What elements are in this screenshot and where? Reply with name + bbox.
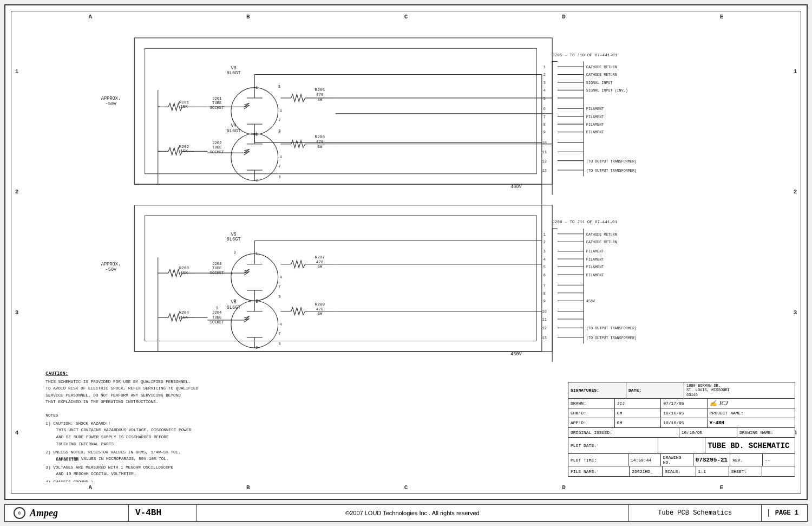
col-a-bot: A (11, 482, 169, 493)
svg-text:6: 6 (543, 107, 546, 111)
svg-text:2: 2 (543, 73, 546, 77)
svg-text:1: 1 (256, 131, 258, 135)
svg-text:TUBE: TUBE (212, 145, 221, 150)
svg-text:AND BE SURE POWER SUPPLY IS DI: AND BE SURE POWER SUPPLY IS DISCHARGED B… (56, 435, 169, 439)
svg-text:6L6GT: 6L6GT (227, 128, 241, 134)
svg-text:R208: R208 (315, 302, 325, 307)
svg-text:7: 7 (279, 284, 281, 289)
svg-text:FILAMENT: FILAMENT (586, 249, 604, 254)
svg-text:1: 1 (543, 232, 546, 237)
svg-text:-50V: -50V (105, 101, 117, 107)
svg-text:470: 470 (316, 93, 324, 97)
svg-text:470: 470 (316, 140, 324, 144)
svg-text:NOTES: NOTES (45, 413, 58, 418)
svg-text:J206 - TO J11 OF 07-441-01: J206 - TO J11 OF 07-441-01 (552, 220, 618, 224)
svg-text:AND 10 MEGOHM DIGITAL VOLTMETE: AND 10 MEGOHM DIGITAL VOLTMETER. (56, 472, 136, 476)
svg-text:4)  CHASSIS GROUND  ): 4) CHASSIS GROUND ) (45, 480, 93, 482)
svg-text:SOCKET: SOCKET (210, 150, 225, 154)
tb-appd-date: 10/10/95 (661, 418, 708, 427)
svg-text:7: 7 (543, 283, 546, 288)
schematic-border: A B C D E A B C D E 1 2 3 4 (11, 11, 801, 493)
tb-drawn-label: DRAWN: (568, 399, 615, 408)
svg-text:10: 10 (542, 141, 547, 145)
svg-text:8: 8 (543, 122, 546, 127)
svg-text:4: 4 (280, 109, 282, 113)
tb-drawn-row: DRAWN: JCJ 07/17/95 ✍ JCJ (568, 399, 795, 408)
svg-text:THIS UNIT CONTAINS HAZARDOUS V: THIS UNIT CONTAINS HAZARDOUS VOLTAGE. DI… (56, 428, 192, 432)
footer-model: V-4BH (135, 508, 189, 518)
col-markers-top: A B C D E (11, 11, 801, 22)
svg-text:1: 1 (256, 86, 258, 90)
footer-sep-1 (128, 505, 129, 521)
tb-drawing-name-row: PLOT DATE: TUBE BD. SCHEMATIC (568, 438, 795, 454)
svg-text:CAUTION:: CAUTION: (45, 371, 68, 376)
footer-bar: © Ampeg V-4BH ©2007 LOUD Technologies In… (4, 504, 808, 522)
svg-text:R204: R204 (179, 310, 189, 315)
svg-text:(TO OUTPUT TRANSFORMER): (TO OUTPUT TRANSFORMER) (586, 326, 637, 330)
svg-text:TO AVOID RISK OF ELECTRIC SHOC: TO AVOID RISK OF ELECTRIC SHOCK, REFER S… (45, 386, 198, 391)
footer-logo: © Ampeg (14, 507, 122, 519)
col-b-bot: B (169, 482, 328, 493)
tb-drawing-no-label: DRAWING NO. (661, 454, 693, 466)
svg-text:7: 7 (279, 118, 281, 122)
svg-text:460V: 460V (510, 184, 522, 190)
svg-text:V4: V4 (231, 123, 236, 128)
svg-text:9: 9 (543, 130, 546, 134)
svg-text:10: 10 (542, 309, 547, 314)
svg-text:6L6GT: 6L6GT (227, 237, 241, 242)
svg-text:3: 3 (278, 130, 280, 134)
title-block: SIGNATURES: DATE: 1080 BORMAN DR. ST. LO… (568, 382, 795, 477)
svg-text:13: 13 (542, 168, 547, 173)
col-e-top: E (643, 11, 801, 22)
svg-text:460V: 460V (510, 352, 522, 357)
svg-text:4: 4 (280, 322, 282, 327)
svg-text:APPROX.: APPROX. (101, 262, 121, 267)
svg-text:11: 11 (542, 150, 547, 154)
svg-text:4: 4 (543, 257, 546, 262)
svg-text:V5: V5 (231, 232, 236, 237)
svg-text:7: 7 (279, 332, 281, 336)
tb-plot-time-label: PLOT TIME: (568, 454, 628, 466)
tb-project-label: PROJECT NAME: (708, 408, 795, 418)
row-1-right: 1 (790, 11, 801, 132)
svg-text:6L6GT: 6L6GT (227, 70, 241, 76)
svg-text:FILAMENT: FILAMENT (586, 115, 604, 119)
page-outer: A B C D E A B C D E 1 2 3 4 (0, 0, 812, 526)
svg-text:12: 12 (542, 159, 547, 164)
svg-text:THAT EXPLAINED IN THE OPERATIN: THAT EXPLAINED IN THE OPERATING INSTRUCT… (45, 400, 158, 404)
tb-file-name: 29521HD_ (630, 466, 663, 476)
svg-text:470: 470 (316, 307, 324, 311)
svg-text:R202: R202 (179, 145, 189, 149)
tb-orig-label: ORIGINAL ISSUED: (568, 428, 679, 437)
svg-text:CATHODE RETURN: CATHODE RETURN (586, 65, 617, 69)
tb-orig-date: 10/10/95 (679, 428, 737, 437)
col-e-bot: E (643, 482, 801, 493)
drawing-area: A B C D E A B C D E 1 2 3 4 (4, 4, 808, 500)
tb-drawing-name-label: DRAWING NAME: (737, 428, 795, 437)
tb-rev-value: -- (763, 454, 795, 466)
tb-chkd-label: CHK'D: (568, 408, 615, 418)
svg-text:SOCKET: SOCKET (210, 320, 225, 324)
col-b-top: B (169, 11, 328, 22)
svg-text:8: 8 (279, 342, 281, 346)
svg-text:THIS SCHEMATIC IS PROVIDED FOR: THIS SCHEMATIC IS PROVIDED FOR USE BY QU… (45, 380, 191, 384)
col-c-top: C (327, 11, 485, 22)
svg-text:5W: 5W (317, 311, 323, 316)
svg-text:5: 5 (543, 265, 546, 269)
row-2-right: 2 (790, 132, 801, 252)
svg-text:TUBE: TUBE (212, 101, 221, 105)
tb-drawing-title: TUBE BD. SCHEMATIC (705, 438, 795, 453)
footer-sep-3 (628, 505, 629, 521)
svg-text:(TO OUTPUT TRANSFORMER): (TO OUTPUT TRANSFORMER) (586, 159, 637, 164)
svg-text:1: 1 (543, 65, 546, 69)
svg-text:6L6GT: 6L6GT (227, 305, 241, 310)
company-address: 1080 BORMAN DR. ST. LOUIS, MISSOURI 6314… (686, 384, 730, 397)
svg-text:CATHODE RETURN: CATHODE RETURN (586, 232, 617, 237)
tb-file-row: FILE NAME: 29521HD_ SCALE: 1:1 SHEET: (568, 466, 795, 476)
svg-text:R206: R206 (315, 135, 325, 139)
svg-text:TOUCHING INTERNAL PARTS.: TOUCHING INTERNAL PARTS. (56, 442, 116, 446)
svg-text:R201: R201 (179, 100, 189, 105)
svg-text:13: 13 (542, 336, 547, 340)
svg-text:-50V: -50V (105, 267, 117, 272)
tb-sheet-label: SHEET: (729, 466, 762, 476)
